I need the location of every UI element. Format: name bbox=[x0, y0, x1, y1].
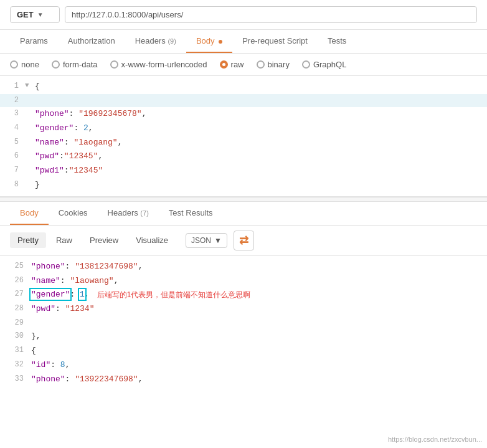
code-line: 6 "pwd":"12345", bbox=[0, 150, 487, 164]
resp-line: 32 "id": 8, bbox=[0, 358, 487, 373]
tab-bottom-cookies[interactable]: Cookies bbox=[49, 202, 98, 225]
code-line: 2 bbox=[0, 94, 487, 107]
code-line: 4 "gender": 2, bbox=[0, 122, 487, 136]
tab-top-body[interactable]: Body bbox=[186, 30, 232, 53]
tab-top-authorization[interactable]: Authorization bbox=[58, 30, 125, 53]
method-chevron: ▼ bbox=[37, 11, 44, 18]
view-btn-pretty[interactable]: Pretty bbox=[10, 232, 46, 248]
method-selector[interactable]: GET ▼ bbox=[10, 6, 60, 23]
tab-bottom-test-results[interactable]: Test Results bbox=[159, 202, 223, 225]
resp-line: 29 bbox=[0, 317, 487, 330]
code-line: 7 "pwd1":"12345" bbox=[0, 164, 487, 178]
body-type-bar: noneform-datax-www-form-urlencodedrawbin… bbox=[0, 54, 487, 76]
tab-bottom-headers[interactable]: Headers (7) bbox=[98, 202, 159, 225]
body-type-binary[interactable]: binary bbox=[257, 60, 290, 69]
code-line: 8 } bbox=[0, 178, 487, 193]
resp-line: 31 { bbox=[0, 344, 487, 358]
body-type-x-www-form-urlencoded[interactable]: x-www-form-urlencoded bbox=[110, 60, 207, 69]
annotation-text: 后端写的1代表男，但是前端不知道什么意思啊 bbox=[97, 289, 251, 301]
code-line: 3 "phone": "19692345678", bbox=[0, 107, 487, 122]
tab-bottom-body[interactable]: Body bbox=[10, 202, 49, 225]
request-tab-bar: ParamsAuthorizationHeaders (9)Body Pre-r… bbox=[0, 30, 487, 54]
body-type-form-data[interactable]: form-data bbox=[52, 60, 98, 69]
view-btn-raw[interactable]: Raw bbox=[49, 232, 80, 248]
resp-line: 28 "pwd": "1234" bbox=[0, 302, 487, 317]
section-divider bbox=[0, 197, 487, 202]
body-type-raw[interactable]: raw bbox=[220, 60, 244, 69]
code-line: 5 "name": "laogang", bbox=[0, 136, 487, 150]
resp-line: 27 "gender": 1,后端写的1代表男，但是前端不知道什么意思啊 bbox=[0, 288, 487, 302]
response-body: 25 "phone": "13812347698",26 "name": "la… bbox=[0, 256, 487, 391]
view-btn-preview[interactable]: Preview bbox=[82, 232, 126, 248]
tab-top-tests[interactable]: Tests bbox=[318, 30, 356, 53]
view-btn-visualize[interactable]: Visualize bbox=[128, 232, 176, 248]
resp-line: 33 "phone": "13922347698", bbox=[0, 373, 487, 387]
format-selector[interactable]: JSON▼ bbox=[186, 233, 227, 248]
url-bar: GET ▼ bbox=[0, 0, 487, 30]
body-type-none[interactable]: none bbox=[10, 60, 39, 69]
wrap-button[interactable]: ⇄ bbox=[234, 231, 254, 250]
response-tab-bar: BodyCookiesHeaders (7)Test Results bbox=[0, 202, 487, 226]
method-label: GET bbox=[17, 10, 34, 19]
resp-line: 26 "name": "laowang", bbox=[0, 274, 487, 288]
code-line: 1▼{ bbox=[0, 80, 487, 94]
tab-top-params[interactable]: Params bbox=[10, 30, 58, 53]
resp-line: 30 }, bbox=[0, 330, 487, 344]
tab-top-headers[interactable]: Headers (9) bbox=[125, 30, 186, 53]
tab-top-pre-request-script[interactable]: Pre-request Script bbox=[232, 30, 318, 53]
url-input[interactable] bbox=[65, 6, 477, 23]
resp-line: 25 "phone": "13812347698", bbox=[0, 260, 487, 274]
response-toolbar: PrettyRawPreviewVisualizeJSON▼⇄ bbox=[0, 226, 487, 256]
request-body-editor[interactable]: 1▼{23 "phone": "19692345678",4 "gender":… bbox=[0, 76, 487, 197]
body-type-GraphQL[interactable]: GraphQL bbox=[302, 60, 346, 69]
